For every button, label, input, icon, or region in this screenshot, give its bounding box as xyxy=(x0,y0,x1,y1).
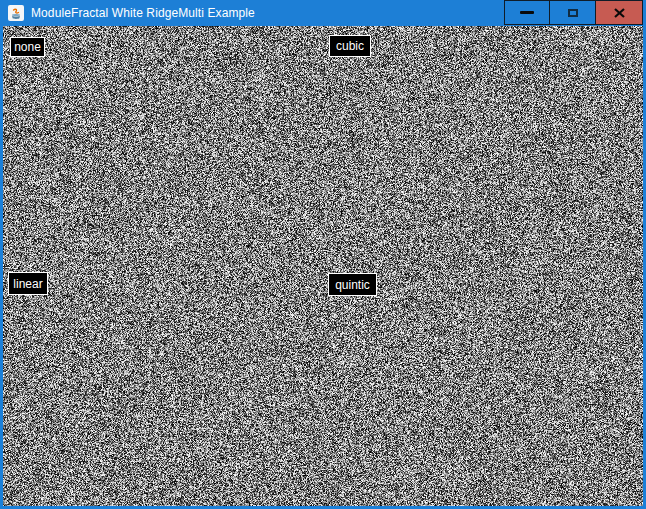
close-button[interactable] xyxy=(596,0,643,25)
maximize-button[interactable] xyxy=(550,0,596,25)
maximize-square-icon xyxy=(568,9,578,17)
interp-label-none: none xyxy=(10,37,45,57)
java-coffee-cup-icon xyxy=(8,5,24,21)
caption-buttons xyxy=(504,0,643,25)
minimize-button[interactable] xyxy=(504,0,550,25)
app-window: nonecubiclinearquintic ModuleFractal Whi… xyxy=(0,0,646,509)
close-x-icon xyxy=(614,8,625,18)
render-canvas-area xyxy=(3,26,643,506)
window-title: ModuleFractal White RidgeMulti Example xyxy=(31,6,255,20)
interp-label-quintic: quintic xyxy=(328,273,377,296)
interp-label-cubic: cubic xyxy=(329,35,371,57)
interp-label-linear: linear xyxy=(8,272,48,295)
minimize-dash-icon xyxy=(520,11,534,14)
noise-image xyxy=(3,26,643,506)
